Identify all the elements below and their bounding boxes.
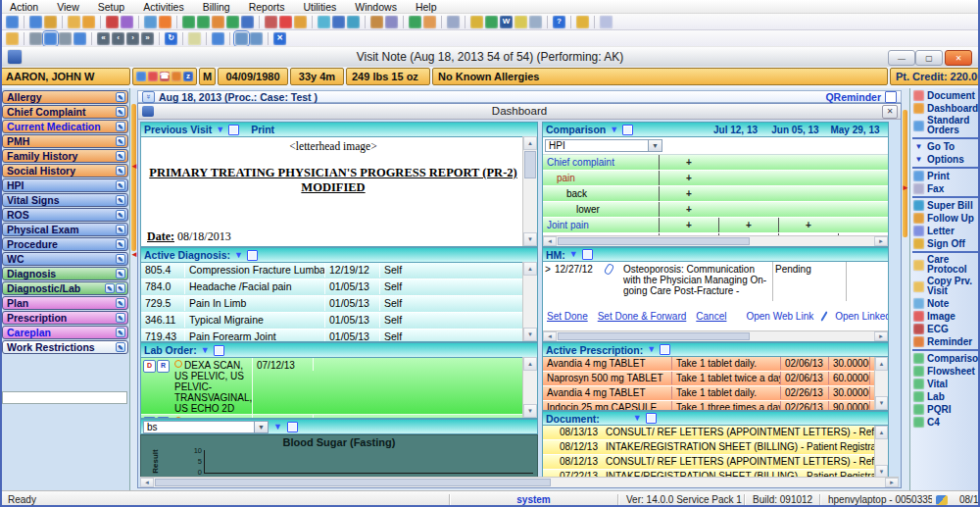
- patient-icon[interactable]: z: [183, 72, 193, 81]
- attachment-icon[interactable]: [821, 311, 828, 322]
- toolbar-icon[interactable]: [44, 16, 57, 28]
- menu-item[interactable]: Windows: [355, 1, 397, 13]
- scroll-up-icon[interactable]: [523, 357, 537, 371]
- document-row[interactable]: 08/12/13 CONSULT/ REF LETTERS (APPOINTME…: [543, 455, 875, 470]
- scroll-up-icon[interactable]: [523, 136, 537, 150]
- order-doc-icon[interactable]: D: [143, 360, 156, 373]
- comparison-row[interactable]: pain +: [543, 171, 888, 186]
- toolbar-icon[interactable]: [182, 16, 195, 28]
- popout-icon[interactable]: [622, 125, 633, 135]
- popout-icon[interactable]: [582, 249, 593, 260]
- comparison-select[interactable]: HPI: [545, 139, 662, 152]
- collapse-right-icon[interactable]: ►: [902, 184, 909, 192]
- scroll-down-icon[interactable]: [875, 396, 888, 410]
- popout-icon[interactable]: [287, 422, 298, 432]
- action-button[interactable]: Sign Off: [912, 237, 978, 250]
- note-section-item[interactable]: Physical Exam ✎ ✎: [2, 223, 128, 236]
- edit-section-icon[interactable]: ✎: [116, 195, 125, 205]
- comparison-row[interactable]: back +: [543, 186, 888, 202]
- toolbar-icon[interactable]: [265, 16, 277, 28]
- note-section-item[interactable]: Vital Signs ✎ ✎: [2, 193, 128, 207]
- filter-icon[interactable]: [610, 126, 618, 134]
- toolbar-icon[interactable]: [600, 16, 612, 28]
- scroll-up-icon[interactable]: [875, 357, 888, 371]
- menu-item[interactable]: Activities: [143, 1, 183, 13]
- dashboard-close-icon[interactable]: [882, 105, 898, 119]
- scroll-left-icon[interactable]: [543, 331, 557, 341]
- scroll-thumb[interactable]: [155, 479, 551, 486]
- menu-item[interactable]: View: [57, 1, 79, 13]
- filter-icon[interactable]: [569, 250, 578, 259]
- menu-item[interactable]: Utilities: [303, 1, 336, 13]
- open-web-link[interactable]: Open Web Link: [746, 311, 813, 322]
- cancel-link[interactable]: Cancel: [696, 311, 726, 322]
- toolbar-icon[interactable]: [197, 16, 210, 28]
- popout-icon[interactable]: [660, 344, 670, 355]
- note-section-item[interactable]: Careplan ✎ ✎: [2, 326, 128, 339]
- toolbar-icon[interactable]: [514, 16, 527, 28]
- comparison-row[interactable]: Chief complaint +: [543, 155, 888, 171]
- filter-icon[interactable]: [216, 126, 224, 134]
- toolbar-icon[interactable]: [6, 16, 19, 28]
- toolbar-icon[interactable]: [82, 16, 95, 28]
- note-section-item[interactable]: Work Restrictions ✎ ✎: [2, 340, 128, 354]
- comparison-row[interactable]: lower +: [543, 202, 888, 218]
- patient-allergies[interactable]: No Known Allergies: [432, 68, 888, 85]
- toolbar-icon[interactable]: [294, 16, 307, 28]
- prescription-row[interactable]: Avandia 4 mg TABLET Take 1 tablet daily.…: [543, 386, 875, 401]
- toolbar-icon[interactable]: [159, 16, 172, 28]
- scroll-right-icon[interactable]: [885, 478, 899, 487]
- toolbar-icon[interactable]: [447, 16, 460, 28]
- toolbar-icon[interactable]: [485, 16, 498, 28]
- menu-item[interactable]: Billing: [203, 1, 230, 13]
- open-linked-link[interactable]: Open Linked RX/Lab/Diagnosti: [835, 311, 889, 322]
- edit-section-icon[interactable]: ✎: [116, 151, 125, 161]
- document-row[interactable]: 08/13/13 CONSULT/ REF LETTERS (APPOINTME…: [543, 426, 875, 440]
- edit-section-icon[interactable]: ✎: [116, 166, 125, 176]
- note-section-item[interactable]: Plan ✎ ✎: [2, 296, 128, 310]
- action-button[interactable]: Flowsheet: [912, 365, 978, 378]
- action-button[interactable]: Lab: [912, 390, 978, 403]
- filter-icon[interactable]: [234, 251, 243, 260]
- action-button[interactable]: Copy Prv. Visit: [912, 276, 978, 297]
- popout-icon[interactable]: [646, 413, 657, 424]
- action-button[interactable]: Comparison: [912, 352, 978, 365]
- diagnosis-row[interactable]: 805.4 Compression Fracture Lumbar 12/19/…: [141, 263, 523, 279]
- edit-section-icon[interactable]: ✎: [116, 328, 125, 337]
- toolbar-icon[interactable]: [250, 32, 263, 45]
- note-section-item[interactable]: Diagnostic/Lab ✎ ✎: [2, 281, 128, 295]
- menu-item[interactable]: Setup: [98, 1, 124, 13]
- action-button[interactable]: Print: [912, 170, 978, 182]
- toolbar-icon[interactable]: [212, 16, 224, 28]
- toolbar-icon[interactable]: [470, 16, 483, 28]
- set-done-link[interactable]: Set Done: [547, 311, 588, 322]
- tab-chevron-icon[interactable]: »: [142, 91, 155, 103]
- action-button[interactable]: C4: [912, 416, 978, 429]
- toolbar-icon[interactable]: «: [97, 32, 110, 45]
- toolbar-icon[interactable]: ✕: [273, 32, 286, 45]
- edit-section-icon[interactable]: ✎: [116, 107, 125, 117]
- toolbar-icon[interactable]: [74, 32, 86, 45]
- print-button[interactable]: Print: [251, 124, 274, 135]
- toolbar-icon[interactable]: [188, 32, 201, 45]
- note-section-item[interactable]: HPI ✎ ✎: [2, 178, 128, 192]
- edit-section-icon[interactable]: ✎: [116, 239, 125, 249]
- close-button[interactable]: [945, 50, 972, 66]
- edit-section-icon[interactable]: ✎: [116, 136, 125, 146]
- note-section-item[interactable]: Allergy ✎ ✎: [2, 90, 128, 104]
- toolbar-icon[interactable]: [6, 32, 19, 45]
- note-section-item[interactable]: WC ✎ ✎: [2, 252, 128, 266]
- visit-tab-label[interactable]: Aug 18, 2013 (Proc.: Case: Test ): [159, 91, 318, 103]
- note-section-item[interactable]: Current Medication ✎ ✎: [2, 120, 128, 133]
- scroll-down-icon[interactable]: [523, 328, 537, 341]
- edit-section-icon[interactable]: ✎: [116, 313, 125, 323]
- scroll-right-icon[interactable]: [874, 236, 888, 246]
- patient-icon[interactable]: [148, 72, 158, 81]
- edit-section-icon[interactable]: ✎: [116, 92, 125, 102]
- action-button[interactable]: Super Bill: [912, 199, 978, 212]
- action-button[interactable]: Image: [912, 310, 978, 323]
- patient-name[interactable]: AARON, JOHN W: [0, 68, 130, 85]
- right-splitter[interactable]: ►: [902, 90, 909, 488]
- note-section-item[interactable]: Diagnosis ✎ ✎: [2, 267, 128, 280]
- hm-hscrollbar[interactable]: [543, 330, 888, 341]
